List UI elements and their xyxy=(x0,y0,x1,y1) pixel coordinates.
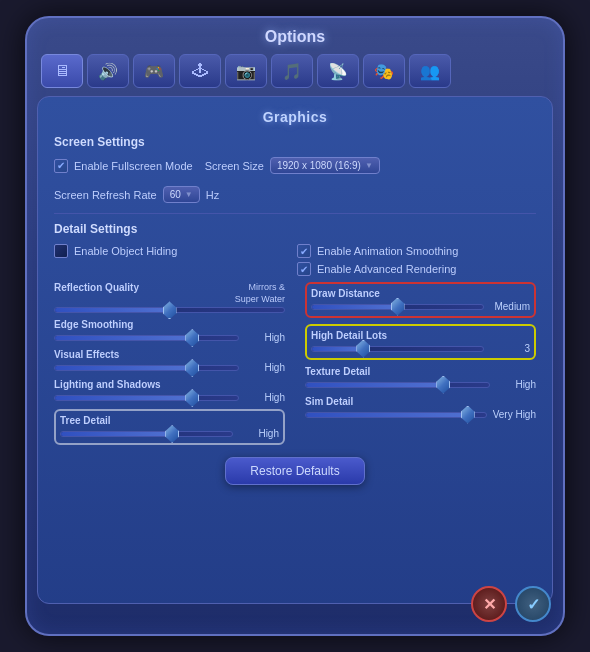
detail-settings-section: Detail Settings Enable Object Hiding ✔ E… xyxy=(54,222,536,485)
restore-defaults-button[interactable]: Restore Defaults xyxy=(225,457,364,485)
draw-distance-highlight: Draw Distance Medium xyxy=(305,282,536,318)
visual-effects-row: High xyxy=(54,362,285,373)
confirm-icon: ✓ xyxy=(527,595,540,614)
draw-distance-row: Medium xyxy=(311,301,530,312)
screen-settings-title: Screen Settings xyxy=(54,135,536,149)
music-icon: 🎵 xyxy=(282,62,302,81)
screen-size-label: Screen Size xyxy=(205,160,264,172)
edge-smoothing-label: Edge Smoothing xyxy=(54,319,285,330)
screen-size-group: Screen Size 1920 x 1080 (16:9) ▼ xyxy=(205,157,380,174)
high-detail-lots-row: 3 xyxy=(311,343,530,354)
family-icon: 👥 xyxy=(420,62,440,81)
cancel-icon: ✕ xyxy=(483,595,496,614)
tab-controls[interactable]: 🕹 xyxy=(179,54,221,88)
tab-bar: 🖥 🔊 🎮 🕹 📷 🎵 📡 🎭 👥 xyxy=(37,54,553,88)
lighting-shadows-track[interactable] xyxy=(54,395,239,401)
tab-gameplay[interactable]: 🎮 xyxy=(133,54,175,88)
reflection-quality-slider: Reflection Quality Mirrors &Super Water xyxy=(54,282,285,313)
visual-effects-label: Visual Effects xyxy=(54,349,285,360)
graphics-panel: Graphics Screen Settings ✔ Enable Fullsc… xyxy=(37,96,553,604)
sim-detail-row: Very High xyxy=(305,409,536,420)
refresh-rate-value: 60 xyxy=(170,189,181,200)
draw-distance-label: Draw Distance xyxy=(311,288,530,299)
visual-effects-slider: Visual Effects High xyxy=(54,349,285,373)
refresh-rate-dropdown[interactable]: 60 ▼ xyxy=(163,186,200,203)
high-detail-lots-slider: High Detail Lots 3 xyxy=(311,330,530,354)
display-icon: 🖥 xyxy=(54,62,70,80)
sim-detail-label: Sim Detail xyxy=(305,396,536,407)
visual-effects-track[interactable] xyxy=(54,365,239,371)
right-sliders: Draw Distance Medium xyxy=(305,282,536,445)
tree-detail-track[interactable] xyxy=(60,431,233,437)
refresh-rate-label: Screen Refresh Rate xyxy=(54,189,157,201)
high-detail-lots-track[interactable] xyxy=(311,346,484,352)
hz-label: Hz xyxy=(206,189,219,201)
reflection-quality-track[interactable] xyxy=(54,307,285,313)
fullscreen-checkbox-group[interactable]: ✔ Enable Fullscreen Mode xyxy=(54,159,193,173)
texture-detail-row: High xyxy=(305,379,536,390)
cancel-button[interactable]: ✕ xyxy=(471,586,507,622)
audio-icon: 🔊 xyxy=(98,62,118,81)
tab-music[interactable]: 🎵 xyxy=(271,54,313,88)
advanced-rendering-label: Enable Advanced Rendering xyxy=(317,263,456,275)
screen-size-arrow: ▼ xyxy=(365,161,373,170)
tree-detail-value: High xyxy=(239,428,279,439)
network-icon: 📡 xyxy=(328,62,348,81)
animation-smoothing-label: Enable Animation Smoothing xyxy=(317,245,458,257)
advanced-rendering-group[interactable]: ✔ Enable Advanced Rendering xyxy=(297,262,536,276)
animation-smoothing-group[interactable]: ✔ Enable Animation Smoothing xyxy=(297,244,536,258)
screen-settings-row: ✔ Enable Fullscreen Mode Screen Size 192… xyxy=(54,157,536,203)
edge-smoothing-row: High xyxy=(54,332,285,343)
edge-smoothing-value: High xyxy=(245,332,285,343)
tab-social[interactable]: 🎭 xyxy=(363,54,405,88)
animation-smoothing-checkbox[interactable]: ✔ xyxy=(297,244,311,258)
options-panel: Options 🖥 🔊 🎮 🕹 📷 🎵 📡 🎭 👥 Graphi xyxy=(25,16,565,636)
high-detail-lots-label: High Detail Lots xyxy=(311,330,530,341)
window-title: Options xyxy=(37,28,553,46)
lighting-shadows-row: High xyxy=(54,392,285,403)
refresh-rate-group: Screen Refresh Rate 60 ▼ Hz xyxy=(54,186,219,203)
section-title: Graphics xyxy=(54,109,536,125)
draw-distance-track[interactable] xyxy=(311,304,484,310)
screen-size-dropdown[interactable]: 1920 x 1080 (16:9) ▼ xyxy=(270,157,380,174)
left-sliders: Reflection Quality Mirrors &Super Water xyxy=(54,282,285,445)
advanced-rendering-checkbox[interactable]: ✔ xyxy=(297,262,311,276)
screen-size-value: 1920 x 1080 (16:9) xyxy=(277,160,361,171)
object-hiding-checkbox[interactable] xyxy=(54,244,68,258)
fullscreen-checkbox[interactable]: ✔ xyxy=(54,159,68,173)
reflection-quality-row xyxy=(54,307,285,313)
bottom-action-buttons: ✕ ✓ xyxy=(471,586,551,622)
texture-detail-label: Texture Detail xyxy=(305,366,536,377)
tab-camera[interactable]: 📷 xyxy=(225,54,267,88)
edge-smoothing-track[interactable] xyxy=(54,335,239,341)
lighting-shadows-slider: Lighting and Shadows High xyxy=(54,379,285,403)
sim-detail-slider: Sim Detail Very High xyxy=(305,396,536,420)
gameplay-icon: 🎮 xyxy=(144,62,164,81)
draw-distance-slider: Draw Distance Medium xyxy=(311,288,530,312)
controls-icon: 🕹 xyxy=(192,62,208,80)
tree-detail-row: High xyxy=(60,428,279,439)
reflection-quality-label: Reflection Quality xyxy=(54,282,139,293)
draw-distance-value: Medium xyxy=(490,301,530,312)
fullscreen-label: Enable Fullscreen Mode xyxy=(74,160,193,172)
tab-network[interactable]: 📡 xyxy=(317,54,359,88)
object-hiding-label: Enable Object Hiding xyxy=(74,245,177,257)
refresh-rate-arrow: ▼ xyxy=(185,190,193,199)
social-icon: 🎭 xyxy=(374,62,394,81)
tab-audio[interactable]: 🔊 xyxy=(87,54,129,88)
top-checkboxes: Enable Object Hiding ✔ Enable Animation … xyxy=(54,244,536,276)
detail-settings-title: Detail Settings xyxy=(54,222,536,236)
object-hiding-group[interactable]: Enable Object Hiding xyxy=(54,244,293,258)
texture-detail-value: High xyxy=(496,379,536,390)
texture-detail-slider: Texture Detail High xyxy=(305,366,536,390)
lighting-shadows-label: Lighting and Shadows xyxy=(54,379,285,390)
tab-family[interactable]: 👥 xyxy=(409,54,451,88)
high-detail-lots-value: 3 xyxy=(490,343,530,354)
confirm-button[interactable]: ✓ xyxy=(515,586,551,622)
texture-detail-track[interactable] xyxy=(305,382,490,388)
sim-detail-track[interactable] xyxy=(305,412,487,418)
screen-settings-section: Screen Settings ✔ Enable Fullscreen Mode… xyxy=(54,135,536,203)
tab-display[interactable]: 🖥 xyxy=(41,54,83,88)
sim-detail-value: Very High xyxy=(493,409,536,420)
tree-detail-label: Tree Detail xyxy=(60,415,279,426)
